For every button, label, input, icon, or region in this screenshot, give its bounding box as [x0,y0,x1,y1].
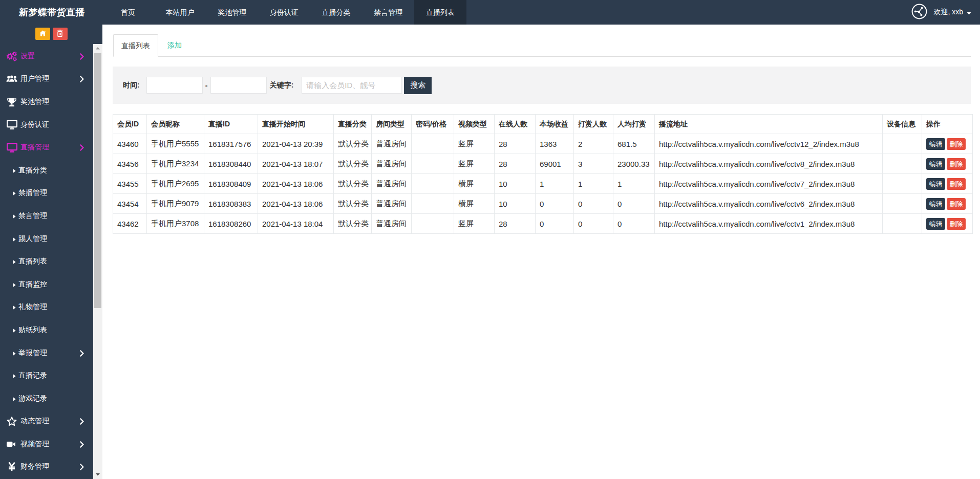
cell: 0 [613,194,655,214]
cell: 普通房间 [372,194,412,214]
sidebar-item-5[interactable]: 直播管理 [0,136,93,159]
cell: 默认分类 [334,134,372,154]
sidebar-item-4[interactable]: 身份认证 [0,113,93,136]
delete-button[interactable]: 删除 [947,218,966,230]
sidebar-item-1[interactable]: 设置 [0,45,93,68]
delete-button[interactable]: 删除 [947,158,966,170]
cell: 横屏 [454,194,495,214]
tab-add[interactable]: 添加 [158,34,191,56]
search-button[interactable]: 搜索 [404,77,432,94]
triangle-right-icon [13,212,16,220]
sidebar-item-label: 设置 [20,52,35,61]
sidebar-item-16[interactable]: 游戏记录 [0,387,93,410]
cell: 43460 [113,134,147,154]
delete-button[interactable]: 删除 [947,198,966,210]
sidebar-item-15[interactable]: 直播记录 [0,364,93,387]
triangle-right-icon [13,257,16,266]
cell [883,154,922,174]
cell: 横屏 [454,174,495,194]
column-header-5: 直播分类 [334,115,372,134]
top-nav: 首页本站用户奖池管理身份认证直播分类禁言管理直播列表 [102,0,466,25]
top-nav-item-4[interactable]: 身份认证 [258,0,310,25]
cell [412,134,454,154]
filter-bar: 时间: - 关键字: 搜索 [113,67,971,104]
cell: 2021-04-13 18:06 [258,194,334,214]
sidebar-item-label: 用户管理 [20,74,49,83]
cell: 1618317576 [204,134,258,154]
cell [412,174,454,194]
keyword-input[interactable] [302,77,402,94]
cell: 28 [495,214,536,234]
table-row-2: 43456手机用户323416183084402021-04-13 18:07默… [113,154,973,174]
user-menu[interactable]: 欢迎, xxb [911,0,971,25]
sidebar-item-18[interactable]: 视频管理 [0,433,93,456]
sidebar-item-3[interactable]: 奖池管理 [0,91,93,114]
sidebar-item-19[interactable]: 财务管理 [0,455,93,478]
edit-button[interactable]: 编辑 [926,138,945,150]
top-nav-item-3[interactable]: 奖池管理 [206,0,258,25]
cell [883,214,922,234]
cell: http://cctvalih5ca.v.myalicdn.com/live/c… [655,194,883,214]
top-nav-item-1[interactable]: 首页 [102,0,154,25]
sidebar-item-2[interactable]: 用户管理 [0,68,93,91]
edit-button[interactable]: 编辑 [926,218,945,230]
sidebar-item-label: 游戏记录 [18,394,47,403]
cell: 普通房间 [372,154,412,174]
time-to-input[interactable] [210,77,267,94]
sidebar-item-6[interactable]: 直播分类 [0,159,93,182]
sidebar-item-11[interactable]: 直播监控 [0,273,93,296]
top-nav-item-2[interactable]: 本站用户 [154,0,206,25]
table-head: 会员ID会员昵称直播ID直播开始时间直播分类房间类型密码/价格视频类型在线人数本… [113,115,973,134]
sidebar-item-12[interactable]: 礼物管理 [0,296,93,319]
scrollbar-thumb[interactable] [94,53,101,308]
triangle-right-icon [13,280,16,289]
sidebar-item-17[interactable]: 动态管理 [0,410,93,433]
scroll-down-arrow-icon[interactable] [93,470,102,479]
edit-button[interactable]: 编辑 [926,198,945,210]
sidebar-scrollbar[interactable] [93,44,102,479]
sidebar-item-8[interactable]: 禁言管理 [0,205,93,228]
cell: 43454 [113,194,147,214]
column-header-14: 设备信息 [883,115,922,134]
time-from-input[interactable] [146,77,203,94]
chevron-right-icon [79,418,84,427]
cell: 1 [613,174,655,194]
sidebar-item-9[interactable]: 踢人管理 [0,227,93,250]
chevron-right-icon [79,144,84,153]
chevron-right-icon [79,350,84,359]
delete-button[interactable]: 删除 [947,178,966,190]
cell [883,194,922,214]
cell: 竖屏 [454,154,495,174]
actions-cell: 编辑删除 [922,134,973,154]
sidebar-menu: 设置 用户管理 奖池管理 身份认证 直播管理直播分类禁播管理禁言管理踢人管理直播… [0,44,93,479]
actions-cell: 编辑删除 [922,154,973,174]
cell: 普通房间 [372,134,412,154]
sidebar-item-14[interactable]: 举报管理 [0,341,93,364]
cell: 手机用户9079 [147,194,204,214]
sidebar-item-13[interactable]: 贴纸列表 [0,319,93,342]
edit-button[interactable]: 编辑 [926,158,945,170]
home-button[interactable] [35,28,50,40]
cell: 手机用户2695 [147,174,204,194]
desktop-icon [6,120,17,129]
cell: 手机用户3708 [147,214,204,234]
top-nav-item-6[interactable]: 禁言管理 [362,0,414,25]
delete-button[interactable]: 删除 [947,138,966,150]
cell: 手机用户3234 [147,154,204,174]
scroll-up-arrow-icon[interactable] [93,44,102,53]
cell: 23000.33 [613,154,655,174]
sidebar-item-label: 禁言管理 [18,211,47,221]
trash-button[interactable] [53,28,68,40]
cell: 默认分类 [334,154,372,174]
cell: 10 [495,194,536,214]
column-header-15: 操作 [922,115,973,134]
top-nav-item-7[interactable]: 直播列表 [414,0,466,25]
top-nav-item-5[interactable]: 直播分类 [310,0,363,25]
sidebar-item-7[interactable]: 禁播管理 [0,182,93,205]
sidebar-item-10[interactable]: 直播列表 [0,250,93,273]
sidebar-item-label: 直播监控 [18,280,47,289]
edit-button[interactable]: 编辑 [926,178,945,190]
cell: 28 [495,134,536,154]
tab-live-list[interactable]: 直播列表 [113,34,158,57]
welcome-text: 欢迎, xxb [933,8,963,17]
